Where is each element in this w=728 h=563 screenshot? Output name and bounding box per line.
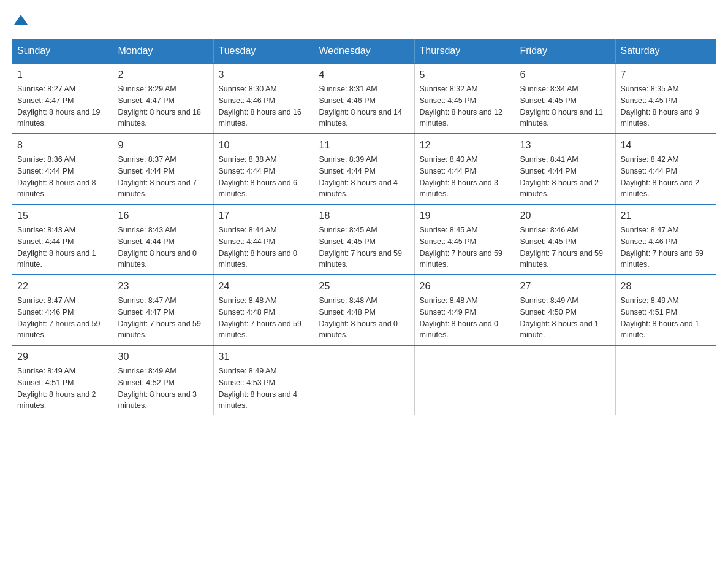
- day-info: Sunrise: 8:49 AMSunset: 4:50 PMDaylight:…: [520, 295, 610, 341]
- calendar-cell: 27Sunrise: 8:49 AMSunset: 4:50 PMDayligh…: [515, 275, 615, 345]
- calendar-cell: 14Sunrise: 8:42 AMSunset: 4:44 PMDayligh…: [615, 134, 716, 204]
- day-number: 7: [621, 67, 711, 82]
- calendar-cell: 21Sunrise: 8:47 AMSunset: 4:46 PMDayligh…: [615, 204, 716, 275]
- day-info: Sunrise: 8:41 AMSunset: 4:44 PMDaylight:…: [520, 154, 610, 200]
- day-info: Sunrise: 8:42 AMSunset: 4:44 PMDaylight:…: [621, 154, 711, 200]
- day-info: Sunrise: 8:47 AMSunset: 4:46 PMDaylight:…: [621, 224, 711, 270]
- calendar-cell: 9Sunrise: 8:37 AMSunset: 4:44 PMDaylight…: [113, 134, 213, 204]
- header-tuesday: Tuesday: [213, 39, 314, 63]
- calendar-week-row: 29Sunrise: 8:49 AMSunset: 4:51 PMDayligh…: [12, 345, 716, 415]
- calendar-cell: 18Sunrise: 8:45 AMSunset: 4:45 PMDayligh…: [314, 204, 414, 275]
- day-number: 28: [621, 279, 711, 294]
- day-info: Sunrise: 8:40 AMSunset: 4:44 PMDaylight:…: [420, 154, 510, 200]
- day-number: 1: [17, 67, 108, 82]
- calendar-week-row: 8Sunrise: 8:36 AMSunset: 4:44 PMDaylight…: [12, 134, 716, 204]
- day-number: 31: [219, 350, 309, 364]
- day-number: 19: [420, 209, 510, 223]
- calendar-cell: 29Sunrise: 8:49 AMSunset: 4:51 PMDayligh…: [12, 345, 113, 415]
- day-info: Sunrise: 8:45 AMSunset: 4:45 PMDaylight:…: [420, 224, 510, 270]
- day-info: Sunrise: 8:48 AMSunset: 4:49 PMDaylight:…: [420, 295, 510, 341]
- header-wednesday: Wednesday: [314, 39, 414, 63]
- day-info: Sunrise: 8:49 AMSunset: 4:53 PMDaylight:…: [219, 366, 309, 412]
- calendar-cell: 23Sunrise: 8:47 AMSunset: 4:47 PMDayligh…: [113, 275, 213, 345]
- day-number: 11: [319, 138, 409, 153]
- day-info: Sunrise: 8:32 AMSunset: 4:45 PMDaylight:…: [420, 83, 510, 129]
- calendar-cell: 5Sunrise: 8:32 AMSunset: 4:45 PMDaylight…: [414, 63, 515, 134]
- calendar-cell: 25Sunrise: 8:48 AMSunset: 4:48 PMDayligh…: [314, 275, 414, 345]
- day-info: Sunrise: 8:38 AMSunset: 4:44 PMDaylight:…: [219, 154, 309, 200]
- day-number: 16: [118, 209, 208, 223]
- header-friday: Friday: [515, 39, 615, 63]
- day-info: Sunrise: 8:49 AMSunset: 4:51 PMDaylight:…: [621, 295, 711, 341]
- day-info: Sunrise: 8:47 AMSunset: 4:46 PMDaylight:…: [17, 295, 108, 341]
- day-info: Sunrise: 8:49 AMSunset: 4:52 PMDaylight:…: [118, 366, 208, 412]
- calendar-cell: 16Sunrise: 8:43 AMSunset: 4:44 PMDayligh…: [113, 204, 213, 275]
- day-info: Sunrise: 8:34 AMSunset: 4:45 PMDaylight:…: [520, 83, 610, 129]
- calendar-cell: 20Sunrise: 8:46 AMSunset: 4:45 PMDayligh…: [515, 204, 615, 275]
- svg-marker-0: [14, 15, 28, 25]
- logo-triangle-icon: [14, 13, 28, 27]
- calendar-cell: 3Sunrise: 8:30 AMSunset: 4:46 PMDaylight…: [213, 63, 314, 134]
- day-number: 29: [17, 350, 108, 364]
- calendar-cell: 22Sunrise: 8:47 AMSunset: 4:46 PMDayligh…: [12, 275, 113, 345]
- day-info: Sunrise: 8:36 AMSunset: 4:44 PMDaylight:…: [17, 154, 108, 200]
- day-info: Sunrise: 8:30 AMSunset: 4:46 PMDaylight:…: [219, 83, 309, 129]
- day-number: 8: [17, 138, 108, 153]
- day-info: Sunrise: 8:46 AMSunset: 4:45 PMDaylight:…: [520, 224, 610, 270]
- day-number: 3: [219, 67, 309, 82]
- day-number: 2: [118, 67, 208, 82]
- header-monday: Monday: [113, 39, 213, 63]
- day-info: Sunrise: 8:48 AMSunset: 4:48 PMDaylight:…: [319, 295, 409, 341]
- calendar-cell: 12Sunrise: 8:40 AMSunset: 4:44 PMDayligh…: [414, 134, 515, 204]
- calendar-cell: 10Sunrise: 8:38 AMSunset: 4:44 PMDayligh…: [213, 134, 314, 204]
- day-info: Sunrise: 8:29 AMSunset: 4:47 PMDaylight:…: [118, 83, 208, 129]
- day-number: 27: [520, 279, 610, 294]
- day-number: 9: [118, 138, 208, 153]
- day-number: 17: [219, 209, 309, 223]
- day-number: 5: [420, 67, 510, 82]
- calendar-cell: 15Sunrise: 8:43 AMSunset: 4:44 PMDayligh…: [12, 204, 113, 275]
- day-number: 20: [520, 209, 610, 223]
- day-number: 24: [219, 279, 309, 294]
- page-header: [12, 12, 716, 27]
- day-number: 13: [520, 138, 610, 153]
- calendar-cell: 8Sunrise: 8:36 AMSunset: 4:44 PMDaylight…: [12, 134, 113, 204]
- calendar-week-row: 22Sunrise: 8:47 AMSunset: 4:46 PMDayligh…: [12, 275, 716, 345]
- calendar-cell: 1Sunrise: 8:27 AMSunset: 4:47 PMDaylight…: [12, 63, 113, 134]
- day-info: Sunrise: 8:45 AMSunset: 4:45 PMDaylight:…: [319, 224, 409, 270]
- calendar-cell: 30Sunrise: 8:49 AMSunset: 4:52 PMDayligh…: [113, 345, 213, 415]
- header-saturday: Saturday: [615, 39, 716, 63]
- calendar-cell: 11Sunrise: 8:39 AMSunset: 4:44 PMDayligh…: [314, 134, 414, 204]
- day-info: Sunrise: 8:31 AMSunset: 4:46 PMDaylight:…: [319, 83, 409, 129]
- calendar-cell: 19Sunrise: 8:45 AMSunset: 4:45 PMDayligh…: [414, 204, 515, 275]
- day-number: 18: [319, 209, 409, 223]
- day-info: Sunrise: 8:43 AMSunset: 4:44 PMDaylight:…: [118, 224, 208, 270]
- day-info: Sunrise: 8:49 AMSunset: 4:51 PMDaylight:…: [17, 366, 108, 412]
- calendar-week-row: 15Sunrise: 8:43 AMSunset: 4:44 PMDayligh…: [12, 204, 716, 275]
- day-info: Sunrise: 8:47 AMSunset: 4:47 PMDaylight:…: [118, 295, 208, 341]
- calendar-cell: 7Sunrise: 8:35 AMSunset: 4:45 PMDaylight…: [615, 63, 716, 134]
- day-info: Sunrise: 8:39 AMSunset: 4:44 PMDaylight:…: [319, 154, 409, 200]
- calendar-cell: [615, 345, 716, 415]
- day-info: Sunrise: 8:27 AMSunset: 4:47 PMDaylight:…: [17, 83, 108, 129]
- calendar-cell: 17Sunrise: 8:44 AMSunset: 4:44 PMDayligh…: [213, 204, 314, 275]
- day-number: 21: [621, 209, 711, 223]
- day-info: Sunrise: 8:44 AMSunset: 4:44 PMDaylight:…: [219, 224, 309, 270]
- day-number: 23: [118, 279, 208, 294]
- day-info: Sunrise: 8:35 AMSunset: 4:45 PMDaylight:…: [621, 83, 711, 129]
- day-info: Sunrise: 8:43 AMSunset: 4:44 PMDaylight:…: [17, 224, 108, 270]
- day-number: 6: [520, 67, 610, 82]
- calendar-cell: [414, 345, 515, 415]
- calendar-table: SundayMondayTuesdayWednesdayThursdayFrid…: [12, 39, 716, 415]
- day-number: 14: [621, 138, 711, 153]
- day-number: 25: [319, 279, 409, 294]
- day-info: Sunrise: 8:48 AMSunset: 4:48 PMDaylight:…: [219, 295, 309, 341]
- header-thursday: Thursday: [414, 39, 515, 63]
- logo: [12, 12, 28, 27]
- day-number: 22: [17, 279, 108, 294]
- day-number: 15: [17, 209, 108, 223]
- calendar-cell: 28Sunrise: 8:49 AMSunset: 4:51 PMDayligh…: [615, 275, 716, 345]
- calendar-header-row: SundayMondayTuesdayWednesdayThursdayFrid…: [12, 39, 716, 63]
- calendar-cell: 2Sunrise: 8:29 AMSunset: 4:47 PMDaylight…: [113, 63, 213, 134]
- calendar-cell: 13Sunrise: 8:41 AMSunset: 4:44 PMDayligh…: [515, 134, 615, 204]
